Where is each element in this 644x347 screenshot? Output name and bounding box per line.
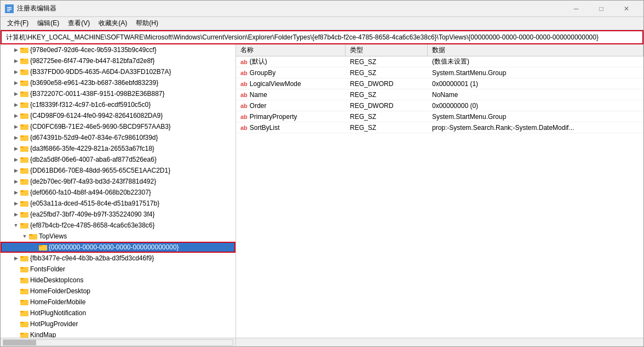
- svg-rect-51: [20, 300, 24, 302]
- details-row-sortbylist[interactable]: ab SortByList REG_SZ prop:-System.Search…: [236, 122, 643, 133]
- expand-icon[interactable]: ▶: [12, 177, 20, 186]
- menu-view[interactable]: 查看(V): [64, 18, 94, 29]
- expand-icon[interactable]: ▶: [12, 155, 20, 164]
- tree-item-00000000[interactable]: {00000000-0000-0000-0000-000000000000}: [1, 242, 235, 253]
- reg-data: (数值未设置): [428, 56, 643, 67]
- menu-help[interactable]: 帮助(H): [131, 18, 163, 29]
- expand-icon[interactable]: ▼: [20, 232, 29, 241]
- expand-icon[interactable]: ▶: [12, 111, 20, 120]
- minimize-button[interactable]: ─: [564, 1, 589, 17]
- tree-item-hidedesktopicons[interactable]: HideDesktopIcons: [1, 275, 235, 286]
- tree-item-label: HomeFolderMobile: [30, 298, 85, 306]
- tree-item-c1f8[interactable]: ▶ {c1f8339f-f312-4c97-b1c6-ecdf5910c5c0}: [1, 99, 235, 110]
- tree-item-db2a[interactable]: ▶ {db2a5d8f-06e6-4007-aba6-af877d526ea6}: [1, 154, 235, 165]
- menu-favorites[interactable]: 收藏夹(A): [94, 18, 131, 29]
- details-hscroll: [236, 338, 643, 347]
- tree-item-dd61[interactable]: ▶ {DD61BD66-70E8-48dd-9655-65C5E1AAC2D1}: [1, 165, 235, 176]
- tree-item-label: {00000000-0000-0000-0000-000000000000}: [49, 243, 179, 251]
- reg-type: REG_SZ: [346, 111, 428, 122]
- expand-icon[interactable]: ▶: [12, 199, 20, 208]
- expand-icon[interactable]: ▶: [12, 78, 20, 87]
- folder-icon: [20, 167, 29, 174]
- title-bar: 注册表编辑器 ─ □ ✕: [1, 1, 643, 17]
- tree-item-label: {db2a5d8f-06e6-4007-aba6-af877d526ea6}: [30, 156, 157, 163]
- tree-item-topviews[interactable]: ▼ TopViews: [1, 231, 235, 242]
- tree-item-978e[interactable]: ▶ {978e0ed7-92d6-4cec-9b59-3135b9c49ccf}: [1, 44, 235, 55]
- folder-icon: [20, 178, 29, 185]
- expand-icon[interactable]: ▶: [12, 144, 20, 153]
- details-row-primaryproperty[interactable]: ab PrimaryProperty REG_SZ System.StartMe…: [236, 111, 643, 122]
- tree-panel[interactable]: ▶ {978e0ed7-92d6-4cec-9b59-3135b9c49ccf}…: [1, 44, 236, 338]
- tree-item-ef87[interactable]: ▼ {ef87b4cb-f2ce-4785-8658-4ca6c63e38c6}: [1, 220, 235, 231]
- expand-icon[interactable]: ▶: [12, 45, 20, 54]
- expand-icon[interactable]: ▶: [12, 122, 20, 131]
- svg-rect-29: [20, 179, 24, 181]
- tree-item-homefolderdesktop[interactable]: HomeFolderDesktop: [1, 286, 235, 297]
- tree-item-label: {c1f8339f-f312-4c97-b1c6-ecdf5910c5c0}: [30, 101, 151, 109]
- expand-icon[interactable]: ▶: [12, 100, 20, 109]
- tree-item-homefoldermobile[interactable]: HomeFolderMobile: [1, 297, 235, 308]
- tree-item-label: {DD61BD66-70E8-48dd-9655-65C5E1AAC2D1}: [30, 167, 170, 174]
- tree-item-e053[interactable]: ▶ {e053a11a-dced-4515-8c4e-d51ba917517b}: [1, 198, 235, 209]
- maximize-button[interactable]: □: [589, 1, 614, 17]
- expand-icon[interactable]: ▶: [12, 210, 20, 219]
- tree-item-da3f[interactable]: ▶ {da3f6866-35fe-4229-821a-26553a67fc18}: [1, 143, 235, 154]
- header-name[interactable]: 名称: [236, 44, 346, 56]
- svg-rect-3: [7, 10, 10, 12]
- details-row-name[interactable]: ab Name REG_SZ NoName: [236, 89, 643, 100]
- tree-item-c4d98[interactable]: ▶ {C4D98F09-6124-4fe0-9942-826416082DA9}: [1, 110, 235, 121]
- tree-item-b3690[interactable]: ▶ {b3690e58-e961-423b-b687-386ebfd83239}: [1, 77, 235, 88]
- folder-icon: [20, 123, 29, 130]
- tree-scroll-thumb[interactable]: [3, 340, 36, 345]
- ab-icon: ab: [240, 92, 248, 98]
- tree-item-d674[interactable]: ▶ {d674391b-52d9-4e07-834e-67c98610f39d}: [1, 132, 235, 143]
- expand-icon[interactable]: ▶: [12, 166, 20, 175]
- address-bar[interactable]: 计算机\HKEY_LOCAL_MACHINE\SOFTWARE\Microsof…: [1, 30, 643, 44]
- tree-item-cd0f[interactable]: ▶ {CD0FC69B-71E2-46e5-9690-5BCD9F57AAB3}: [1, 121, 235, 132]
- tree-item-label: HotPlugNotification: [30, 309, 86, 317]
- svg-rect-53: [20, 311, 24, 312]
- menu-file[interactable]: 文件(F): [3, 18, 33, 29]
- folder-icon: [20, 221, 29, 229]
- details-row-order[interactable]: ab Order REG_DWORD 0x00000000 (0): [236, 100, 643, 111]
- tree-item-label: FontsFolder: [30, 265, 65, 273]
- tree-scroll-track[interactable]: [3, 339, 233, 346]
- details-row-logicalviewmode[interactable]: ab LogicalViewMode REG_DWORD 0x00000001 …: [236, 78, 643, 89]
- reg-type: REG_SZ: [346, 67, 428, 78]
- folder-icon: [20, 79, 29, 87]
- details-row-groupby[interactable]: ab GroupBy REG_SZ System.StartMenu.Group: [236, 67, 643, 78]
- folder-icon: [20, 156, 29, 163]
- tree-item-hotplugprovider[interactable]: HotPlugProvider: [1, 318, 235, 329]
- expand-icon[interactable]: ▶: [12, 188, 20, 197]
- close-button[interactable]: ✕: [614, 1, 639, 17]
- tree-item-fontsfolder[interactable]: FontsFolder: [1, 264, 235, 275]
- tree-item-fbb3[interactable]: ▶ {fbb3477e-c9e4-4b3b-a2ba-d3f5d3cd46f9}: [1, 253, 235, 264]
- menu-edit[interactable]: 编辑(E): [33, 18, 64, 29]
- tree-item-label: {ef87b4cb-f2ce-4785-8658-4ca6c63e38c6}: [30, 221, 155, 229]
- main-content: ▶ {978e0ed7-92d6-4cec-9b59-3135b9c49ccf}…: [1, 44, 643, 338]
- svg-rect-55: [20, 322, 24, 323]
- tree-hscroll[interactable]: [1, 338, 236, 347]
- tree-item-b372[interactable]: ▶ {B372207C-0011-438F-9151-098B2E36B887}: [1, 88, 235, 99]
- expand-icon[interactable]: ▶: [12, 133, 20, 142]
- header-type[interactable]: 类型: [346, 44, 428, 56]
- tree-item-hotplugnotification[interactable]: HotPlugNotification: [1, 308, 235, 318]
- header-data[interactable]: 数据: [428, 44, 643, 56]
- expand-icon[interactable]: ▶: [12, 89, 20, 98]
- tree-item-kindmap[interactable]: KindMap: [1, 329, 235, 338]
- ab-icon: ab: [240, 113, 248, 120]
- tree-item-b337[interactable]: ▶ {B337FD00-9DD5-4635-A6D4-DA33FD102B7A}: [1, 66, 235, 77]
- tree-item-de2b[interactable]: ▶ {de2b70ec-9bf7-4a93-bd3d-243f7881d492}: [1, 176, 235, 187]
- expand-icon[interactable]: ▶: [12, 56, 20, 65]
- bottom-scrollbar[interactable]: [1, 338, 643, 346]
- tree-item-def0[interactable]: ▶ {def0660-fa10-4b8f-a494-068b20b22307}: [1, 187, 235, 198]
- tree-item-982725[interactable]: ▶ {982725ee-6f47-479e-b447-812bfa7d2e8f}: [1, 55, 235, 66]
- expand-icon[interactable]: ▼: [12, 221, 20, 230]
- title-controls: ─ □ ✕: [564, 1, 639, 17]
- expand-icon: [12, 309, 20, 317]
- expand-icon[interactable]: ▶: [12, 67, 20, 76]
- svg-rect-37: [20, 223, 24, 225]
- details-row-default[interactable]: ab (默认) REG_SZ (数值未设置): [236, 56, 643, 67]
- tree-item-ea25[interactable]: ▶ {ea25fbd7-3bf7-409e-b97f-335224090 3f4…: [1, 209, 235, 220]
- expand-icon[interactable]: ▶: [12, 254, 20, 263]
